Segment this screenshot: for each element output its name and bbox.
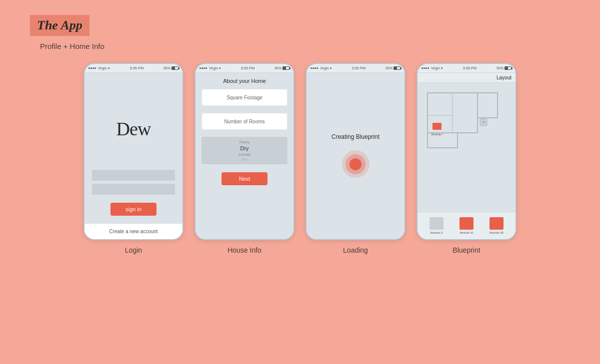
blueprint-iphone: Virgin ▾ 3:05 PM 50% Layout — [416, 63, 516, 240]
loading-status-left: Virgin ▾ — [310, 66, 332, 70]
module-thumb-2[interactable]: Module II — [430, 217, 444, 234]
loading-iphone: Virgin ▾ 3:05 PM 50% Creating Blueprint — [306, 63, 406, 240]
signal-dot-15 — [426, 67, 427, 69]
login-field-2[interactable] — [92, 184, 175, 195]
login-label: Login — [125, 246, 142, 254]
module-thumb-box-4 — [490, 217, 504, 230]
blueprint-battery-fill — [505, 67, 508, 69]
houseinfo-iphone: Virgin ▾ 3:05 PM 50% About your Home Squ… — [194, 63, 294, 240]
picker-item-rainy: Rainy — [240, 140, 250, 144]
houseinfo-battery-icon — [282, 66, 290, 70]
login-logo: Dew — [116, 118, 151, 140]
login-status-left: Virgin ▾ — [88, 66, 110, 70]
houseinfo-body: About your Home Square Footage Number of… — [196, 73, 294, 239]
module-thumb-3[interactable]: Module III — [460, 217, 474, 234]
blueprint-battery-icon — [504, 66, 512, 70]
loading-battery-area: 50% — [386, 66, 400, 70]
blueprint-time: 3:05 PM — [462, 66, 476, 70]
login-signal — [88, 67, 96, 69]
login-screen-wrapper: Virgin ▾ 3:05 PM 50% Dew — [84, 63, 184, 254]
number-of-rooms-field[interactable]: Number of Rooms — [202, 113, 288, 130]
screens-row: Virgin ▾ 3:05 PM 50% Dew — [30, 63, 570, 254]
blueprint-main-area: Module I ? — [418, 83, 516, 212]
signal-dot-13 — [422, 67, 423, 69]
houseinfo-screen-wrapper: Virgin ▾ 3:05 PM 50% About your Home Squ… — [194, 63, 294, 254]
module-thumb-4[interactable]: Module IIII — [490, 217, 504, 234]
picker-item-dry: Dry — [240, 145, 248, 151]
blueprint-signal — [422, 67, 429, 69]
sign-in-button[interactable]: sign in — [110, 203, 156, 216]
module-thumb-label-4: Module IIII — [490, 231, 504, 234]
loading-battery-fill — [394, 67, 397, 69]
next-button[interactable]: Next — [222, 172, 268, 185]
houseinfo-status-left: Virgin ▾ — [200, 66, 221, 70]
signal-dot-9 — [310, 67, 312, 69]
signal-dot-11 — [314, 67, 316, 69]
login-body: Dew sign in Create a new account — [84, 73, 182, 239]
creating-blueprint-text: Creating Blueprint — [332, 133, 380, 140]
login-battery-fill — [172, 67, 175, 69]
humidity-picker[interactable]: Rainy Dry Humid Hot — [202, 137, 288, 164]
module-thumb-box-2 — [430, 217, 444, 230]
loading-animation — [340, 149, 370, 179]
create-account-link[interactable]: Create a new account — [109, 229, 158, 234]
signal-dot-16 — [428, 67, 429, 69]
signal-dot-1 — [88, 67, 90, 69]
signal-dot-14 — [424, 67, 425, 69]
svg-text:Module I: Module I — [431, 133, 442, 136]
login-time: 3:05 PM — [130, 66, 144, 70]
blueprint-status-bar: Virgin ▾ 3:05 PM 50% — [418, 64, 516, 73]
module-thumb-box-3 — [460, 217, 474, 230]
square-footage-field[interactable]: Square Footage — [202, 89, 288, 106]
houseinfo-carrier: Virgin ▾ — [209, 66, 221, 70]
picker-item-hot: Hot — [242, 158, 248, 161]
houseinfo-status-bar: Virgin ▾ 3:05 PM 50% — [196, 64, 294, 73]
page-background: The App Profile + Home Info Virgin ▾ — [0, 0, 600, 364]
signal-dot-8 — [206, 67, 207, 69]
signal-dot-10 — [312, 67, 314, 69]
module-thumb-label-3: Module III — [460, 231, 473, 234]
login-status-bar: Virgin ▾ 3:05 PM 50% — [84, 64, 182, 73]
login-logo-area: Dew — [116, 73, 151, 170]
signal-dot-2 — [90, 67, 92, 69]
signal-dot-4 — [94, 67, 96, 69]
blueprint-screen-wrapper: Virgin ▾ 3:05 PM 50% Layout — [416, 63, 516, 254]
app-title-box: The App — [30, 15, 90, 36]
blueprint-battery-area: 50% — [496, 66, 512, 70]
houseinfo-label: House Info — [228, 246, 262, 254]
loading-carrier: Virgin ▾ — [320, 66, 332, 70]
svg-rect-1 — [478, 93, 498, 118]
login-battery-pct: 50% — [164, 66, 170, 70]
module-thumb-label-2: Module II — [430, 231, 443, 234]
login-fields — [84, 170, 182, 198]
loading-battery-pct: 50% — [386, 66, 392, 70]
signal-dot-12 — [316, 67, 318, 69]
houseinfo-time: 3:05 PM — [240, 66, 254, 70]
blueprint-carrier: Virgin ▾ — [431, 66, 443, 70]
blueprint-nav-bar: Layout — [418, 73, 516, 83]
svg-rect-5 — [432, 123, 442, 130]
blueprint-label: Blueprint — [452, 246, 480, 254]
loading-signal — [310, 67, 318, 69]
login-battery-area: 50% — [164, 66, 178, 70]
houseinfo-battery-area: 50% — [274, 66, 290, 70]
login-carrier: Virgin ▾ — [98, 66, 110, 70]
loading-screen-wrapper: Virgin ▾ 3:05 PM 50% Creating Blueprint — [306, 63, 406, 254]
signal-dot-5 — [200, 67, 201, 69]
blueprint-footer: Module II Module III Module IIII — [418, 212, 516, 239]
loading-status-bar: Virgin ▾ 3:05 PM 50% — [306, 64, 404, 73]
blueprint-battery-pct: 50% — [496, 66, 504, 70]
login-footer: Create a new account — [84, 223, 182, 239]
loading-battery-icon — [394, 66, 400, 70]
login-battery-icon — [172, 66, 178, 70]
signal-dot-3 — [92, 67, 94, 69]
signal-dot-7 — [204, 67, 205, 69]
loading-label: Loading — [343, 246, 368, 254]
picker-item-humid: Humid — [238, 152, 250, 157]
loading-time: 3:05 PM — [352, 66, 366, 70]
houseinfo-signal — [200, 67, 207, 69]
loading-circle-inner — [350, 158, 362, 170]
blueprint-status-left: Virgin ▾ — [422, 66, 443, 70]
app-title: The App — [37, 18, 82, 32]
login-field-1[interactable] — [92, 170, 175, 181]
